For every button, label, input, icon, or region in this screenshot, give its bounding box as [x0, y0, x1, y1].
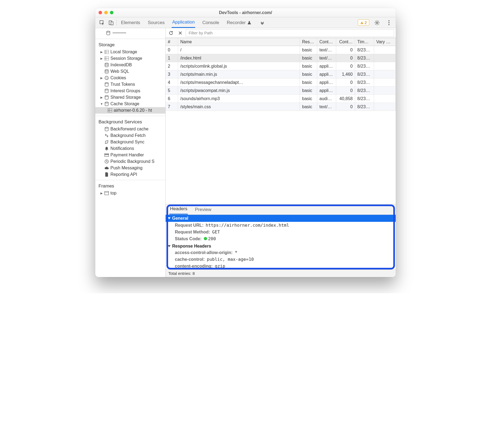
- tab-elements[interactable]: Elements: [120, 18, 141, 28]
- card-icon: [104, 153, 109, 157]
- sidebar-item-push[interactable]: Push Messaging: [95, 165, 165, 171]
- settings-icon[interactable]: [373, 19, 381, 27]
- section-response-headers[interactable]: Response Headers: [166, 242, 396, 249]
- sidebar-item-label: Session Storage: [110, 56, 142, 61]
- kv-value: 200: [204, 236, 216, 241]
- sidebar-item-notifications[interactable]: Notifications: [95, 145, 165, 152]
- sidebar: ━━━━━ Storage ▶ Local Storage ▶ Session …: [95, 28, 166, 277]
- table-row[interactable]: 2/scripts/comlink.global.jsbasicappli…08…: [166, 62, 396, 70]
- kebab-menu-icon[interactable]: [385, 19, 393, 27]
- panel-tabs: Elements Sources Application Console Rec…: [120, 17, 357, 28]
- expand-icon: ▶: [100, 50, 103, 54]
- cell-content-length: 1,460: [336, 70, 355, 78]
- filter-input[interactable]: [186, 29, 394, 37]
- sidebar-item-reporting[interactable]: Reporting API: [95, 171, 165, 178]
- table-row[interactable]: 7/styles/main.cssbasictext/…08/23…: [166, 103, 396, 111]
- main-panel: # Name Res… Cont… Cont… Tim… Vary … 0/ba…: [166, 28, 396, 277]
- detail-tab-preview[interactable]: Preview: [194, 205, 212, 215]
- kv-value: GET: [212, 229, 220, 235]
- sync-icon: [104, 140, 109, 144]
- sidebar-item-label: Periodic Background S: [110, 159, 155, 164]
- sidebar-section-frames: Frames: [95, 181, 165, 190]
- col-header-num[interactable]: #: [166, 38, 178, 46]
- sidebar-item-session-storage[interactable]: ▶ Session Storage: [95, 55, 165, 62]
- collapse-icon: ▼: [100, 102, 103, 106]
- cell-vary: [374, 70, 396, 78]
- cell-num: 6: [166, 95, 178, 103]
- sidebar-item-cookies[interactable]: ▶ Cookies: [95, 75, 165, 81]
- cell-vary: [374, 78, 396, 87]
- sidebar-item-bf-cache[interactable]: Back/forward cache: [95, 126, 165, 132]
- warnings-badge[interactable]: 2: [358, 19, 369, 26]
- sidebar-item-websql[interactable]: Web SQL: [95, 68, 165, 75]
- tab-recorder[interactable]: Recorder: [226, 18, 252, 28]
- database-icon: [106, 31, 110, 35]
- table-row[interactable]: 0/basictext/…08/23…: [166, 46, 396, 54]
- kv-key: Request Method:: [175, 230, 210, 235]
- sidebar-item-payment-handler[interactable]: Payment Handler: [95, 152, 165, 158]
- kv-key: cache-control:: [175, 257, 205, 262]
- clear-button[interactable]: [176, 29, 184, 37]
- cell-vary: [374, 62, 396, 70]
- col-header-vary[interactable]: Vary …: [374, 38, 396, 46]
- minimize-window-icon[interactable]: [104, 11, 108, 14]
- col-header-response[interactable]: Res…: [300, 38, 317, 46]
- sidebar-item-bg-sync[interactable]: Background Sync: [95, 139, 165, 145]
- sidebar-item-cache-entry[interactable]: airhorner-0.6.20 - ht: [95, 107, 165, 114]
- grid-icon: [108, 108, 112, 113]
- cell-num: 0: [166, 46, 178, 54]
- close-window-icon[interactable]: [99, 11, 102, 14]
- col-header-name[interactable]: Name: [178, 38, 300, 46]
- col-header-time[interactable]: Tim…: [355, 38, 374, 46]
- sidebar-item-trust-tokens[interactable]: Trust Tokens: [95, 81, 165, 88]
- tab-recorder-label: Recorder: [227, 20, 246, 25]
- table-row[interactable]: 6/sounds/airhorn.mp3basicaudi…40,8588/23…: [166, 95, 396, 103]
- sidebar-item-interest-groups[interactable]: Interest Groups: [95, 88, 165, 94]
- sidebar-item-cache-storage[interactable]: ▼ Cache Storage: [95, 101, 165, 107]
- sidebar-item-frame-top[interactable]: ▶ top: [95, 190, 165, 196]
- sidebar-item-label: Local Storage: [110, 50, 137, 54]
- detail-tab-headers[interactable]: Headers: [169, 204, 188, 215]
- kv-header: access-control-allow-origin:*: [166, 249, 396, 256]
- sidebar-item-storage-cut[interactable]: ━━━━━: [95, 29, 165, 37]
- table-row[interactable]: 4/scripts/messagechanneladapt…basicappli…: [166, 78, 396, 87]
- cookie-icon: [104, 76, 109, 80]
- sidebar-item-shared-storage[interactable]: ▶ Shared Storage: [95, 94, 165, 101]
- sidebar-item-storage-cut-label: ━━━━━: [113, 30, 126, 35]
- maximize-window-icon[interactable]: [110, 11, 113, 14]
- table-row[interactable]: 5/scripts/pwacompat.min.jsbasicappli…08/…: [166, 87, 396, 95]
- svg-point-21: [105, 83, 108, 84]
- kv-header: cache-control:public, max-age=10: [166, 256, 396, 263]
- expand-icon: ▶: [100, 96, 103, 99]
- cell-content-length: 0: [336, 103, 355, 111]
- col-header-content-type[interactable]: Cont…: [317, 38, 336, 46]
- device-toolbar-icon[interactable]: [107, 19, 115, 27]
- sidebar-item-periodic-sync[interactable]: Periodic Background S: [95, 158, 165, 165]
- svg-point-14: [105, 63, 108, 64]
- tab-sources[interactable]: Sources: [147, 18, 165, 28]
- frame-icon: [104, 191, 109, 195]
- database-icon: [104, 95, 109, 100]
- footer-text: Total entries: 8: [168, 271, 195, 276]
- cell-content-type: appli…: [317, 78, 336, 87]
- more-tabs-icon[interactable]: [258, 19, 266, 27]
- kv-key: content-encoding:: [175, 264, 213, 269]
- refresh-button[interactable]: [167, 29, 175, 37]
- cell-time: 8/23…: [355, 54, 374, 62]
- col-header-content-length[interactable]: Cont…: [336, 38, 355, 46]
- tab-application[interactable]: Application: [172, 17, 195, 28]
- section-general[interactable]: General: [166, 215, 396, 222]
- table-row[interactable]: 3/scripts/main.min.jsbasicappli…1,4608/2…: [166, 70, 396, 78]
- cell-name: /scripts/main.min.js: [178, 70, 300, 78]
- sidebar-item-indexeddb[interactable]: IndexedDB: [95, 62, 165, 68]
- inspect-element-icon[interactable]: [98, 19, 106, 27]
- sidebar-item-bg-fetch[interactable]: Background Fetch: [95, 132, 165, 139]
- document-icon: [104, 172, 109, 177]
- table-row[interactable]: 1/index.htmlbasictext/…08/23…: [166, 54, 396, 62]
- tab-console[interactable]: Console: [202, 18, 220, 28]
- cloud-icon: [104, 166, 109, 170]
- sidebar-item-label: Notifications: [110, 146, 134, 151]
- detail-panel: Headers Preview General Request URL: htt…: [166, 204, 396, 277]
- sidebar-item-local-storage[interactable]: ▶ Local Storage: [95, 49, 165, 55]
- tabbar-right: 2: [358, 19, 393, 27]
